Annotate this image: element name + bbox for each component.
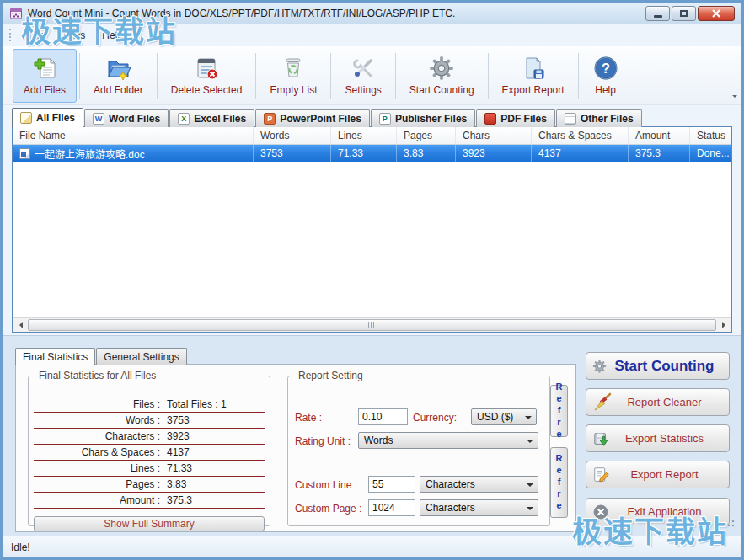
title-bar: Word Count Mini - Count Words in DOC/XLS… [3,3,741,24]
menu-file[interactable]: File [20,27,53,44]
all-files-icon [20,112,32,124]
window-controls [644,6,735,21]
scrollbar-track[interactable] [27,318,717,332]
tab-publisher-files[interactable]: Publisher Files [371,109,475,127]
resize-grip[interactable] [726,519,735,527]
publisher-file-icon [379,113,391,125]
other-file-icon [565,113,576,125]
report-cleaner-button[interactable]: Report Cleaner [586,388,730,416]
currency-select[interactable]: USD ($) [471,408,537,425]
delete-selected-button[interactable]: Delete Selected [160,49,254,103]
export-report-toolbar-button[interactable]: Export Report [491,49,575,103]
add-files-button[interactable]: Add Files [13,49,77,103]
col-status[interactable]: Status [690,127,731,144]
tab-general-settings[interactable]: General Settings [96,348,186,365]
cell-chars-spaces: 4137 [532,145,629,162]
toolbar-separator [79,53,80,99]
status-bar: Idle! [3,536,741,557]
add-folder-icon [104,55,131,82]
menu-help[interactable]: Help [94,27,131,44]
statistics-rows: Files :Total Files : 1 Words :3753 Chara… [34,397,265,509]
delete-selected-label: Delete Selected [171,84,243,96]
refresh-rate-button[interactable]: Refre [550,385,568,437]
file-type-tabs: All Files Word Files Excel Files PowerPo… [12,108,643,127]
show-full-summary-button[interactable]: Show Full Summary [34,516,265,531]
menu-bar: File Tools Help [3,24,741,46]
custom-line-input[interactable] [368,476,415,493]
stat-row-amount: Amount :375.3 [34,493,265,509]
stat-row-files: Files :Total Files : 1 [34,397,265,413]
start-counting-label: Start Counting [409,84,474,96]
report-setting-group: Report Setting Rate : Currency: USD ($) … [287,370,550,526]
tab-excel-files[interactable]: Excel Files [169,109,254,127]
custom-page-input[interactable] [368,499,415,516]
maximize-button[interactable] [672,6,696,21]
scroll-right-button[interactable] [717,318,731,332]
settings-label: Settings [345,84,381,96]
tab-other-files[interactable]: Other Files [556,109,642,127]
arrow-right-icon [722,322,729,328]
col-chars[interactable]: Chars [456,127,532,144]
export-report-label: Export Report [502,84,565,96]
menu-tools[interactable]: Tools [53,27,94,44]
bottom-panel: Final Statistics General Settings Final … [3,335,741,536]
custom-page-unit-select[interactable]: Characters [420,499,538,516]
tab-label: Other Files [581,113,634,125]
col-chars-spaces[interactable]: Chars & Spaces [532,127,629,144]
add-folder-button[interactable]: Add Folder [83,49,154,103]
minimize-button[interactable] [645,6,670,21]
horizontal-scrollbar[interactable] [13,317,731,332]
tab-pdf-files[interactable]: PDF Files [476,109,555,127]
custom-line-unit-select[interactable]: Characters [420,476,538,493]
tab-powerpoint-files[interactable]: PowerPoint Files [255,109,370,127]
tab-label: Excel Files [194,113,246,125]
help-label: Help [595,84,616,96]
word-file-icon [93,113,104,125]
table-row[interactable]: 一起游上海旅游攻略.doc 3753 71.33 3.83 3923 4137 … [13,145,731,162]
stat-row-words: Words :3753 [34,413,265,429]
custom-page-label: Custom Page : [295,503,361,515]
col-lines[interactable]: Lines [331,127,397,144]
export-statistics-button[interactable]: Export Statistics [586,424,730,452]
toolbar-separator [330,53,331,99]
col-file-name[interactable]: File Name [13,127,254,144]
tab-all-files[interactable]: All Files [12,108,83,127]
excel-file-icon [178,113,190,125]
cell-amount: 375.3 [629,145,690,162]
refresh-custom-button[interactable]: Refre [550,447,568,518]
scrollbar-thumb[interactable] [28,319,716,331]
doc-file-icon [19,148,30,159]
cell-words: 3753 [254,145,331,162]
settings-button[interactable]: Settings [334,49,392,103]
statistics-panel: Final Statistics for All Files Files :To… [15,364,576,532]
col-amount[interactable]: Amount [629,127,690,144]
stat-row-chars-spaces: Chars & Spaces :4137 [34,445,265,461]
export-report-button[interactable]: Export Report [586,461,730,488]
maximize-icon [680,10,688,17]
start-counting-toolbar-button[interactable]: Start Counting [399,49,485,103]
close-icon [711,9,721,18]
empty-list-icon [280,55,307,82]
toolbar-overflow-button[interactable] [730,91,740,104]
empty-list-button[interactable]: Empty List [259,49,328,103]
close-button[interactable] [698,6,735,21]
toolbar-separator [488,53,489,99]
exit-application-button[interactable]: Exit Application [586,498,730,525]
rate-input[interactable] [358,408,408,425]
gear-icon [592,359,607,373]
col-pages[interactable]: Pages [397,127,456,144]
chevron-down-icon [731,93,738,100]
col-words[interactable]: Words [254,127,331,144]
arrow-left-icon [16,322,23,328]
toolbar-separator [395,53,396,99]
rating-unit-select[interactable]: Words [358,432,538,449]
scroll-left-button[interactable] [13,318,27,332]
tab-word-files[interactable]: Word Files [84,109,169,127]
cell-pages: 3.83 [397,145,456,162]
help-button[interactable]: ? Help [581,49,630,103]
final-statistics-group: Final Statistics for All Files Files :To… [28,370,270,526]
toolbar-separator [578,53,579,99]
tab-final-statistics[interactable]: Final Statistics [15,348,95,365]
app-icon [9,7,23,20]
start-counting-button[interactable]: Start Counting [586,352,730,380]
